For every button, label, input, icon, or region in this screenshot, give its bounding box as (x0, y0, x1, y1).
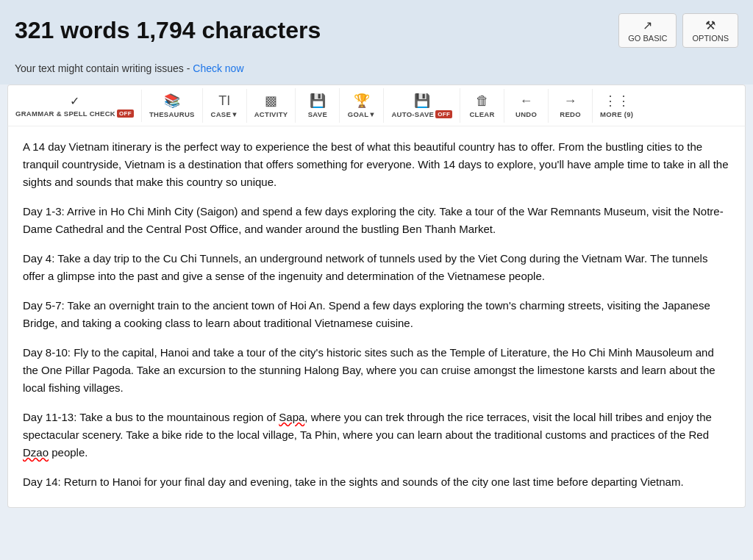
clear-icon: 🗑 (476, 93, 489, 109)
word-character-count: 321 words 1,794 characters (15, 17, 321, 44)
goal-icon: 🏆 (354, 93, 370, 109)
options-label: OPTIONS (692, 34, 729, 43)
goal-label: GOAL▼ (348, 110, 376, 118)
paragraph-3: Day 4: Take a day trip to the Cu Chi Tun… (23, 250, 730, 285)
paragraph-5: Day 8-10: Fly to the capital, Hanoi and … (23, 344, 730, 397)
redo-icon: → (564, 93, 577, 109)
writing-issues-bar: Your text might contain writing issues -… (0, 57, 753, 85)
more-button[interactable]: ⋮⋮ MORE (9) (593, 88, 640, 123)
goal-button[interactable]: 🏆 GOAL▼ (340, 88, 384, 123)
checkmark-icon: ✓ (70, 94, 79, 108)
undo-icon: ← (520, 93, 533, 109)
activity-button[interactable]: ▩ ACTIVITY (247, 88, 296, 123)
paragraph-1: A 14 day Vietnam itinerary is the perfec… (23, 138, 730, 191)
text-editor-area[interactable]: A 14 day Vietnam itinerary is the perfec… (7, 126, 746, 508)
autosave-icon: 💾 (414, 93, 430, 109)
paragraph-4: Day 5-7: Take an overnight train to the … (23, 297, 730, 332)
save-button[interactable]: 💾 SAVE (296, 88, 340, 123)
thesaurus-button[interactable]: 📚 THESAURUS (142, 88, 203, 123)
paragraph-7: Day 14: Return to Hanoi for your final d… (23, 473, 730, 491)
case-button[interactable]: T​I CASE▼ (203, 89, 247, 123)
activity-label: ACTIVITY (254, 110, 288, 118)
save-label: SAVE (308, 110, 327, 118)
grammar-spell-check-button[interactable]: ✓ GRAMMAR & SPELL CHECK OFF (8, 90, 142, 122)
redo-button[interactable]: → REDO (549, 89, 593, 123)
case-label: CASE▼ (211, 110, 238, 118)
more-icon: ⋮⋮ (604, 93, 630, 109)
thesaurus-label: THESAURUS (149, 110, 195, 118)
toolbar: ✓ GRAMMAR & SPELL CHECK OFF 📚 THESAURUS … (7, 85, 746, 126)
autosave-label: AUTO-SAVE OFF (391, 110, 452, 118)
autosave-off-badge: OFF (435, 110, 452, 118)
redo-label: REDO (560, 110, 581, 118)
clear-label: CLEAR (469, 110, 494, 118)
autosave-button[interactable]: 💾 AUTO-SAVE OFF (384, 88, 460, 123)
more-label: MORE (9) (600, 110, 633, 118)
go-basic-button[interactable]: ↗ GO BASIC (618, 13, 677, 48)
options-icon: ⚒ (705, 18, 715, 32)
dzao-word: Dzao (23, 446, 49, 459)
activity-icon: ▩ (265, 93, 277, 109)
writing-issues-text: Your text might contain writing issues - (15, 62, 193, 74)
go-basic-label: GO BASIC (628, 34, 667, 43)
thesaurus-icon: 📚 (164, 93, 180, 109)
sapa-word: Sapa (279, 411, 304, 423)
case-icon: T​I (218, 93, 230, 109)
paragraph-2: Day 1-3: Arrive in Ho Chi Minh City (Sai… (23, 203, 730, 238)
options-button[interactable]: ⚒ OPTIONS (682, 13, 738, 48)
clear-button[interactable]: 🗑 CLEAR (460, 89, 504, 123)
go-basic-icon: ↗ (643, 18, 652, 32)
undo-button[interactable]: ← UNDO (504, 89, 549, 123)
undo-label: UNDO (515, 110, 537, 118)
paragraph-6: Day 11-13: Take a bus to the mountainous… (23, 409, 730, 462)
save-icon: 💾 (310, 93, 326, 109)
header-actions: ↗ GO BASIC ⚒ OPTIONS (618, 13, 738, 48)
grammar-label: GRAMMAR & SPELL CHECK OFF (15, 110, 134, 118)
grammar-off-badge: OFF (117, 110, 134, 118)
check-now-link[interactable]: Check now (193, 62, 243, 74)
header: 321 words 1,794 characters ↗ GO BASIC ⚒ … (0, 0, 753, 57)
